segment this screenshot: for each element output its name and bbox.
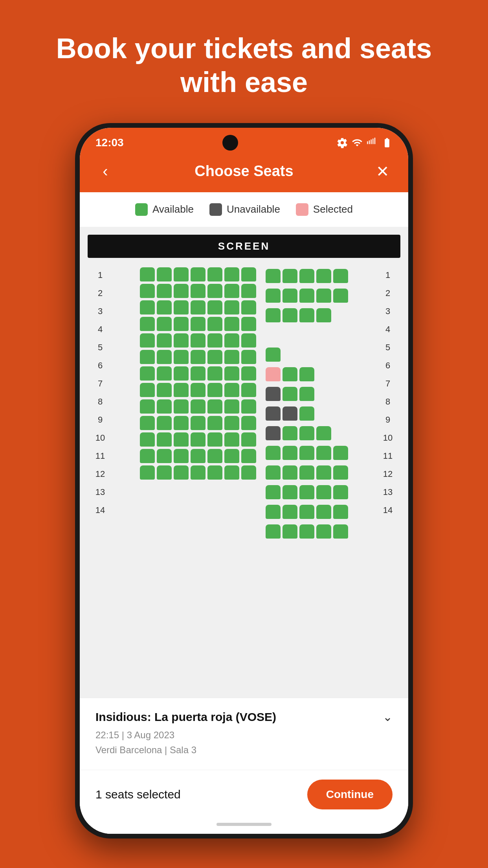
seat[interactable] [299,524,314,539]
seat[interactable] [266,367,281,381]
seat[interactable] [266,406,281,421]
seat[interactable] [157,366,172,381]
seat[interactable] [241,416,256,430]
seat[interactable] [333,465,348,480]
seat[interactable] [266,446,281,460]
seat[interactable] [191,284,205,298]
seat[interactable] [283,367,297,381]
seat[interactable] [299,406,314,421]
seat[interactable] [283,524,297,539]
seat[interactable] [316,426,331,440]
seat[interactable] [299,269,314,283]
seat[interactable] [299,426,314,440]
seat[interactable] [224,465,239,480]
seat[interactable] [174,383,189,397]
seat[interactable] [224,383,239,397]
seat[interactable] [224,432,239,447]
seat[interactable] [241,449,256,463]
seat[interactable] [140,284,155,298]
seat[interactable] [140,449,155,463]
seat[interactable] [241,317,256,331]
seat[interactable] [157,416,172,430]
seat[interactable] [157,300,172,314]
seat[interactable] [266,485,281,499]
seat[interactable] [283,289,297,303]
seat[interactable] [224,366,239,381]
seat[interactable] [224,300,239,314]
seat[interactable] [140,317,155,331]
seat[interactable] [207,465,222,480]
seat[interactable] [207,317,222,331]
seat[interactable] [266,289,281,303]
seat[interactable] [157,383,172,397]
seat[interactable] [224,416,239,430]
seat[interactable] [283,387,297,401]
seat[interactable] [140,333,155,348]
seat[interactable] [207,284,222,298]
seat[interactable] [266,465,281,480]
seat[interactable] [140,465,155,480]
seat[interactable] [191,432,205,447]
seat[interactable] [140,399,155,414]
seat[interactable] [157,333,172,348]
seat[interactable] [299,367,314,381]
seat[interactable] [157,465,172,480]
seat[interactable] [207,449,222,463]
seat[interactable] [140,366,155,381]
seat[interactable] [299,485,314,499]
seat[interactable] [140,267,155,281]
seat[interactable] [191,300,205,314]
seat[interactable] [266,505,281,519]
seat[interactable] [191,416,205,430]
seat[interactable] [316,308,331,322]
chevron-down-icon[interactable]: ⌄ [383,710,393,724]
seat[interactable] [241,284,256,298]
seat[interactable] [207,383,222,397]
seat[interactable] [157,399,172,414]
seat[interactable] [191,350,205,364]
seat[interactable] [266,308,281,322]
seat[interactable] [207,416,222,430]
seat[interactable] [333,446,348,460]
seat[interactable] [224,399,239,414]
seat[interactable] [174,399,189,414]
seat[interactable] [316,505,331,519]
seat[interactable] [224,267,239,281]
seat[interactable] [174,300,189,314]
seat[interactable] [316,289,331,303]
seat[interactable] [174,267,189,281]
seat[interactable] [174,449,189,463]
seat[interactable] [224,350,239,364]
seat[interactable] [207,432,222,447]
seat[interactable] [207,333,222,348]
seat[interactable] [174,366,189,381]
seat[interactable] [283,446,297,460]
seat[interactable] [299,446,314,460]
seat[interactable] [266,387,281,401]
seat[interactable] [207,399,222,414]
seat[interactable] [140,383,155,397]
seat[interactable] [140,416,155,430]
seat[interactable] [157,317,172,331]
seat[interactable] [174,317,189,331]
seat[interactable] [224,317,239,331]
seat[interactable] [140,432,155,447]
seat[interactable] [191,383,205,397]
seat[interactable] [283,485,297,499]
seat[interactable] [174,416,189,430]
seat[interactable] [191,449,205,463]
seat[interactable] [299,465,314,480]
seat[interactable] [316,524,331,539]
seat[interactable] [174,333,189,348]
seat[interactable] [157,284,172,298]
back-button[interactable]: ‹ [95,162,115,180]
seat[interactable] [140,350,155,364]
seat[interactable] [140,300,155,314]
seat[interactable] [333,524,348,539]
seat[interactable] [241,300,256,314]
seat[interactable] [157,449,172,463]
seat[interactable] [316,269,331,283]
seat[interactable] [241,267,256,281]
seat[interactable] [316,465,331,480]
seat[interactable] [333,485,348,499]
